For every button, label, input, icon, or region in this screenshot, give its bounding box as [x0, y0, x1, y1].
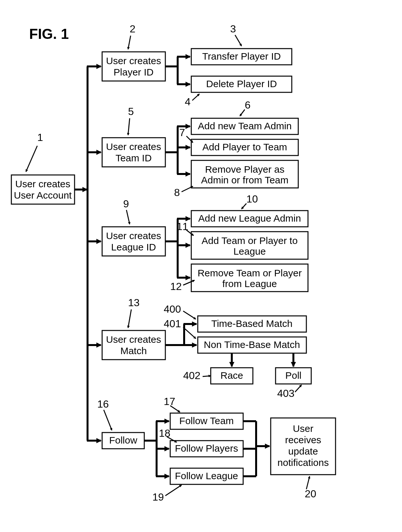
ref-7: 7: [179, 127, 185, 138]
box-402-line-1: Race: [220, 370, 243, 381]
figure-title: FIG. 1: [29, 26, 69, 42]
ref-10: 10: [246, 193, 258, 205]
box-20-line-3: update: [288, 446, 318, 457]
box-player-id: User creates Player ID: [102, 52, 165, 81]
box-11-line-1: Add Team or Player to: [202, 235, 298, 246]
box-follow-team: Follow Team: [170, 413, 243, 429]
box-time-based-match: Time-Based Match: [198, 316, 306, 332]
box-403-line-1: Poll: [285, 370, 302, 381]
box-poll: Poll: [276, 368, 311, 384]
box-13-line-2: Match: [120, 345, 147, 356]
box-11-line-2: League: [233, 246, 266, 257]
box-add-team-player-league: Add Team or Player to League: [191, 232, 308, 259]
ref-5: 5: [128, 106, 134, 117]
box-16-line-1: Follow: [109, 435, 137, 445]
ref-12: 12: [170, 281, 182, 292]
box-follow-league: Follow League: [170, 468, 243, 484]
ref-402: 402: [183, 370, 200, 381]
box-20-line-4: notifications: [278, 457, 329, 468]
box-10-line-1: Add new League Admin: [198, 213, 301, 224]
box-race: Race: [211, 368, 253, 384]
box-2-line-1: User creates: [106, 55, 161, 66]
box-19-line-1: Follow League: [175, 470, 238, 481]
box-8-line-1: Remove Player as: [205, 164, 284, 175]
box-follow: Follow: [102, 433, 144, 449]
ref-2: 2: [130, 23, 136, 35]
ref-1: 1: [37, 132, 43, 143]
box-team-id: User creates Team ID: [102, 138, 165, 167]
box-remove-team-player-league: Remove Team or Player from League: [191, 264, 308, 292]
ref-403: 403: [277, 387, 294, 399]
box-follow-players: Follow Players: [170, 441, 243, 457]
ref-13: 13: [128, 297, 140, 308]
ref-3: 3: [230, 23, 236, 35]
box-delete-player-id: Delete Player ID: [191, 76, 292, 92]
box-12-line-1: Remove Team or Player: [197, 268, 302, 278]
box-league-id: User creates League ID: [102, 227, 165, 256]
box-3-line-1: Transfer Player ID: [202, 51, 281, 62]
box-401-line-1: Non Time-Base Match: [204, 339, 300, 350]
box-400-line-1: Time-Based Match: [211, 318, 293, 329]
box-2-line-2: Player ID: [113, 67, 153, 77]
ref-16: 16: [97, 398, 109, 410]
box-add-team-admin: Add new Team Admin: [191, 118, 298, 134]
box-6-line-1: Add new Team Admin: [198, 121, 292, 131]
ref-9: 9: [123, 198, 129, 210]
box-user-account: User creates User Account: [11, 175, 75, 204]
box-remove-player: Remove Player as Admin or from Team: [191, 160, 298, 188]
box-20-line-2: receives: [285, 434, 321, 445]
box-add-league-admin: Add new League Admin: [191, 211, 308, 227]
ref-6: 6: [245, 99, 251, 111]
box-20-line-1: User: [293, 423, 313, 434]
box-non-time-based-match: Non Time-Base Match: [198, 337, 306, 353]
ref-401: 401: [164, 318, 181, 330]
ref-4: 4: [185, 96, 191, 108]
ref-19: 19: [152, 491, 164, 503]
box-7-line-1: Add Player to Team: [202, 142, 287, 152]
box-notifications: User receives update notifications: [271, 418, 336, 475]
ref-400: 400: [164, 303, 181, 315]
box-5-line-2: Team ID: [115, 153, 152, 163]
box-12-line-2: from League: [222, 278, 277, 289]
box-17-line-1: Follow Team: [179, 415, 234, 426]
box-8-line-2: Admin or from Team: [201, 175, 289, 185]
box-9-line-2: League ID: [111, 242, 156, 252]
box-transfer-player-id: Transfer Player ID: [191, 49, 292, 65]
box-18-line-1: Follow Players: [175, 443, 238, 454]
box-4-line-1: Delete Player ID: [206, 78, 277, 89]
box-9-line-1: User creates: [106, 230, 161, 241]
box-add-player-team: Add Player to Team: [191, 139, 298, 156]
box-1-line-1: User creates: [15, 179, 70, 189]
box-match: User creates Match: [102, 330, 165, 360]
box-1-line-2: User Account: [14, 190, 72, 201]
box-5-line-1: User creates: [106, 141, 161, 152]
ref-17: 17: [164, 396, 175, 407]
ref-20: 20: [305, 488, 316, 500]
ref-8: 8: [174, 187, 180, 198]
flowchart-diagram: FIG. 1 User creates User Account User cr…: [0, 0, 402, 532]
box-13-line-1: User creates: [106, 334, 161, 345]
